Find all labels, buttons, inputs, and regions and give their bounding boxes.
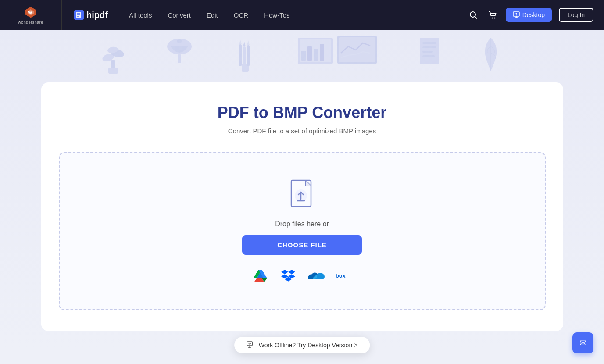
svg-point-8 [494,18,495,19]
nav-actions: Desktop Log In [467,8,604,22]
deco-document-icon [416,36,443,77]
deco-strip [0,30,604,82]
navbar: W wondershare hipdf All tools Convert Ed… [0,0,604,30]
hipdf-text: hipdf [86,10,108,20]
svg-rect-17 [108,68,118,74]
nav-edit[interactable]: Edit [207,11,218,19]
box-icon[interactable]: box [336,267,353,285]
svg-rect-30 [301,51,306,61]
choose-file-button[interactable]: CHOOSE FILE [242,235,362,255]
svg-rect-19 [178,54,181,63]
mail-fab-button[interactable]: ✉ [572,332,593,353]
mail-icon: ✉ [579,338,587,348]
svg-text:W: W [28,10,32,15]
svg-text:box: box [336,273,346,279]
deco-pencils-icon [232,36,258,77]
deco-feather-icon [478,33,504,79]
svg-marker-46 [281,270,288,274]
main-card: PDF to BMP Converter Convert PDF file to… [41,82,563,331]
svg-rect-26 [247,45,250,66]
search-button[interactable] [467,9,479,21]
svg-marker-47 [288,270,295,274]
onedrive-icon[interactable] [307,267,325,285]
cart-button[interactable] [486,9,499,21]
nav-how-tos[interactable]: How-Tos [264,11,289,19]
svg-rect-37 [422,42,436,44]
svg-marker-25 [243,42,246,46]
desktop-button[interactable]: Desktop [506,8,552,22]
nav-convert[interactable]: Convert [168,11,191,19]
cloud-service-icons: box [251,267,353,285]
svg-rect-16 [111,60,115,68]
hipdf-icon [74,10,84,20]
deco-lamp-icon [162,33,197,79]
svg-point-7 [491,18,493,19]
svg-marker-27 [247,40,250,45]
nav-links: All tools Convert Edit OCR How-Tos [120,11,467,19]
desktop-version-text: Work Offline? Try Desktop Version > [259,342,358,349]
nav-all-tools[interactable]: All tools [129,11,152,19]
dropbox-icon[interactable] [279,267,297,285]
svg-rect-38 [422,46,436,48]
drop-zone[interactable]: Drop files here or CHOOSE FILE [59,152,546,310]
svg-rect-22 [239,44,242,66]
svg-rect-32 [314,49,318,61]
hero-background: PDF to BMP Converter Convert PDF file to… [0,30,604,349]
page-title: PDF to BMP Converter [59,103,546,122]
google-drive-icon[interactable] [251,267,269,285]
deco-plant-icon [100,33,127,79]
svg-rect-24 [243,46,246,66]
svg-rect-33 [320,44,324,61]
desktop-version-bar[interactable]: Work Offline? Try Desktop Version > [234,337,370,353]
upload-icon [287,178,318,213]
desktop-label: Desktop [522,11,545,18]
hipdf-logo[interactable]: hipdf [61,0,120,30]
svg-marker-23 [239,40,242,44]
svg-rect-40 [422,55,435,57]
svg-line-6 [475,17,477,19]
page-subtitle: Convert PDF file to a set of optimized B… [59,127,546,135]
drop-text: Drop files here or [275,220,329,228]
wondershare-label: wondershare [18,20,43,25]
svg-rect-31 [307,46,312,61]
svg-point-20 [177,39,182,43]
nav-ocr[interactable]: OCR [234,11,248,19]
desktop-icon [247,341,254,349]
login-button[interactable]: Log In [559,8,593,22]
deco-chart-icon [293,33,381,79]
wondershare-logo-block[interactable]: W wondershare [0,0,61,30]
svg-rect-39 [422,51,433,53]
